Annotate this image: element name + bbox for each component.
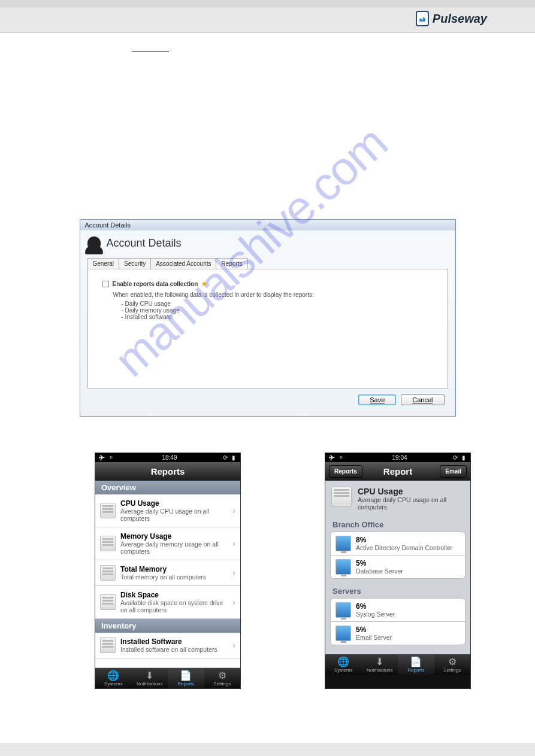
nav-title: Report bbox=[383, 466, 412, 476]
tab-security[interactable]: Security bbox=[119, 258, 151, 269]
row-sub: Email Server bbox=[356, 634, 460, 641]
download-icon: ⬇ bbox=[132, 670, 168, 681]
chevron-right-icon: › bbox=[232, 506, 235, 515]
row-sub: Syslog Server bbox=[356, 611, 460, 618]
logo-text: Pulseway bbox=[433, 12, 487, 26]
chevron-right-icon: › bbox=[232, 568, 235, 578]
page-icon: 📄 bbox=[398, 657, 434, 667]
globe-icon: 🌐 bbox=[95, 670, 132, 681]
tabbar-settings[interactable]: ⚙Settings bbox=[434, 654, 471, 675]
row-sub: Installed software on all computers bbox=[120, 646, 228, 653]
tabbar-notifications[interactable]: ⬇Notifications bbox=[132, 668, 168, 688]
phone-reports-list: ✈ ᯤ 18:49 ⟳ ▮ Reports Overview CPU Usage… bbox=[95, 453, 241, 689]
server-row[interactable]: 5% Database Server bbox=[330, 555, 466, 579]
tab-bar: 🌐Systems ⬇Notifications 📄Reports ⚙Settin… bbox=[95, 668, 240, 688]
battery-icon: ⟳ ▮ bbox=[223, 454, 237, 461]
report-title: CPU Usage bbox=[358, 487, 464, 496]
logo: Pulseway bbox=[416, 11, 487, 26]
chevron-right-icon: › bbox=[232, 539, 235, 548]
page-icon: 📄 bbox=[168, 670, 204, 681]
row-title: CPU Usage bbox=[120, 499, 228, 508]
back-button[interactable]: Reports bbox=[329, 465, 362, 478]
nav-title: Reports bbox=[151, 466, 185, 476]
row-title: Installed Software bbox=[120, 637, 228, 646]
report-sub: Average daily CPU usage on all computers bbox=[358, 496, 464, 511]
row-cpu-usage[interactable]: CPU Usage Average daily CPU usage on all… bbox=[95, 494, 240, 527]
row-title: Total Memory bbox=[120, 565, 228, 573]
airplane-wifi-icon: ✈ ᯤ bbox=[329, 454, 346, 461]
report-icon bbox=[100, 565, 116, 581]
enable-reports-checkbox[interactable] bbox=[102, 281, 109, 287]
empty-row bbox=[95, 658, 240, 668]
pane-description: When enabled, the following data is coll… bbox=[113, 292, 433, 298]
window-titlebar: Account Details bbox=[80, 220, 455, 230]
report-icon bbox=[100, 503, 116, 518]
status-bar: ✈ ᯤ 18:49 ⟳ ▮ bbox=[95, 453, 240, 462]
tabbar-systems[interactable]: 🌐Systems bbox=[325, 654, 362, 675]
chevron-right-icon: › bbox=[232, 597, 235, 607]
list-item: Installed software bbox=[122, 314, 433, 320]
star-icon: ★ bbox=[201, 280, 207, 288]
pulseway-icon bbox=[416, 11, 429, 26]
row-total-memory[interactable]: Total Memory Total memory on all compute… bbox=[95, 560, 240, 586]
tabbar-settings[interactable]: ⚙Settings bbox=[204, 668, 241, 688]
list-item: Daily memory usage bbox=[122, 307, 433, 314]
tabbar-reports[interactable]: 📄Reports bbox=[168, 668, 204, 688]
section-branch-office: Branch Office bbox=[325, 517, 470, 532]
report-icon bbox=[331, 487, 352, 507]
server-row[interactable]: 8% Active Directory Domain Controller bbox=[330, 532, 466, 555]
download-icon: ⬇ bbox=[362, 657, 398, 667]
report-header: CPU Usage Average daily CPU usage on all… bbox=[325, 481, 470, 517]
nav-bar: Reports Report Email bbox=[325, 462, 470, 481]
chevron-right-icon: › bbox=[232, 640, 235, 650]
row-title: 8% bbox=[356, 536, 460, 544]
row-title: 6% bbox=[356, 602, 460, 611]
tabbar-notifications[interactable]: ⬇Notifications bbox=[362, 654, 398, 675]
tab-associated-accounts[interactable]: Associated Accounts bbox=[150, 258, 216, 269]
airplane-wifi-icon: ✈ ᯤ bbox=[99, 454, 116, 461]
row-sub: Available disk space on system drive on … bbox=[120, 599, 228, 614]
status-time: 18:49 bbox=[162, 454, 177, 461]
monitor-icon bbox=[335, 559, 351, 575]
status-bar: ✈ ᯤ 19:04 ⟳ ▮ bbox=[325, 453, 470, 462]
row-memory-usage[interactable]: Memory Usage Average daily memory usage … bbox=[95, 527, 240, 560]
tab-bar: 🌐Systems ⬇Notifications 📄Reports ⚙Settin… bbox=[325, 654, 470, 675]
nav-bar: Reports bbox=[95, 462, 240, 481]
phone-report-detail: ✈ ᯤ 19:04 ⟳ ▮ Reports Report Email CPU U… bbox=[325, 453, 471, 689]
tab-strip: General Security Associated Accounts Rep… bbox=[87, 258, 448, 269]
gear-icon: ⚙ bbox=[204, 670, 241, 681]
row-sub: Average daily CPU usage on all computers bbox=[120, 508, 228, 522]
checkbox-label: Enable reports data collection bbox=[113, 281, 198, 287]
tabbar-systems[interactable]: 🌐Systems bbox=[95, 668, 132, 688]
section-inventory: Inventory bbox=[95, 619, 240, 633]
user-icon bbox=[87, 236, 101, 250]
row-title: 5% bbox=[356, 626, 460, 634]
email-button[interactable]: Email bbox=[440, 465, 467, 478]
row-installed-software[interactable]: Installed Software Installed software on… bbox=[95, 633, 240, 658]
list-item: Daily CPU usage bbox=[122, 300, 433, 307]
row-title: Memory Usage bbox=[120, 532, 228, 541]
cancel-button[interactable]: Cancel bbox=[401, 394, 444, 405]
tab-reports[interactable]: Reports bbox=[216, 258, 247, 269]
battery-icon: ⟳ ▮ bbox=[453, 454, 467, 461]
row-sub: Database Server bbox=[356, 567, 460, 575]
top-band: Pulseway bbox=[0, 0, 535, 33]
row-sub: Active Directory Domain Controller bbox=[356, 544, 460, 551]
server-row[interactable]: 6% Syslog Server bbox=[330, 598, 466, 622]
row-disk-space[interactable]: Disk Space Available disk space on syste… bbox=[95, 586, 240, 619]
server-row[interactable]: 5% Email Server bbox=[330, 621, 466, 645]
tabbar-reports[interactable]: 📄Reports bbox=[398, 654, 434, 675]
row-sub: Total memory on all computers bbox=[120, 573, 228, 581]
globe-icon: 🌐 bbox=[325, 657, 362, 667]
tab-general[interactable]: General bbox=[87, 258, 120, 269]
row-title: Disk Space bbox=[120, 591, 228, 599]
monitor-icon bbox=[335, 602, 351, 618]
gear-icon: ⚙ bbox=[434, 657, 471, 667]
monitor-icon bbox=[335, 536, 351, 551]
section-servers: Servers bbox=[325, 583, 470, 598]
status-time: 19:04 bbox=[392, 454, 407, 461]
footer-band bbox=[0, 743, 535, 756]
save-button[interactable]: Save bbox=[358, 394, 396, 405]
collected-data-list: Daily CPU usage Daily memory usage Insta… bbox=[122, 300, 433, 320]
report-icon bbox=[100, 536, 116, 551]
